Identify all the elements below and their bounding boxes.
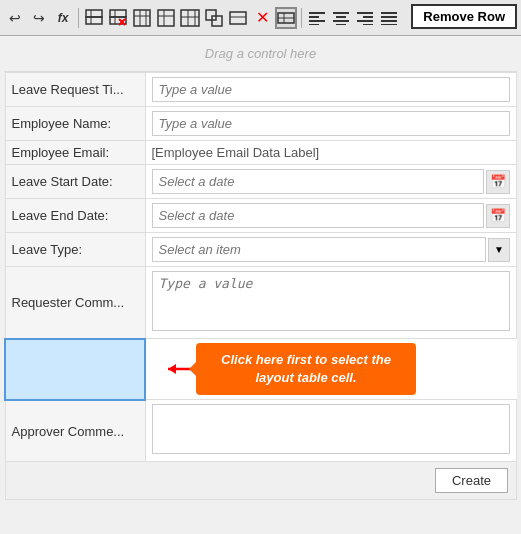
approver-comments-label: Approver Comme... xyxy=(5,400,145,462)
tooltip-cell: Click here first to select the layout ta… xyxy=(145,339,517,400)
tooltip-container: Click here first to select the layout ta… xyxy=(166,343,511,395)
align-center-icon[interactable] xyxy=(330,7,352,29)
svg-rect-0 xyxy=(86,10,102,17)
table-row: Approver Comme... xyxy=(5,400,517,462)
tooltip-bubble: Click here first to select the layout ta… xyxy=(196,343,416,395)
table-col-icon-2[interactable] xyxy=(155,7,177,29)
svg-rect-19 xyxy=(206,10,216,20)
table-row: Leave Request Ti... xyxy=(5,73,517,107)
table-col-icon-1[interactable] xyxy=(131,7,153,29)
leave-request-label: Leave Request Ti... xyxy=(5,73,145,107)
undo-icon[interactable]: ↩ xyxy=(4,7,26,29)
svg-rect-1 xyxy=(86,17,102,24)
remove-row-toolbar-icon[interactable] xyxy=(275,7,297,29)
svg-rect-12 xyxy=(158,10,174,26)
svg-rect-15 xyxy=(181,10,199,26)
leave-start-input[interactable] xyxy=(152,169,485,194)
create-row: Create xyxy=(5,462,517,500)
separator-2 xyxy=(301,8,302,28)
requester-comments-input[interactable] xyxy=(152,271,511,331)
control-icon[interactable] xyxy=(227,7,249,29)
create-cell: Create xyxy=(5,462,517,500)
selected-row: Click here first to select the layout ta… xyxy=(5,339,517,400)
employee-name-input[interactable] xyxy=(152,111,511,136)
employee-name-label: Employee Name: xyxy=(5,107,145,141)
insert-row-icon[interactable] xyxy=(83,7,105,29)
table-row: Leave Type: ▼ xyxy=(5,233,517,267)
svg-marker-43 xyxy=(168,364,176,374)
drag-area-text: Drag a control here xyxy=(205,46,316,61)
justify-icon[interactable] xyxy=(378,7,400,29)
table-row: Leave End Date: 📅 xyxy=(5,199,517,233)
leave-request-cell xyxy=(145,73,517,107)
table-row: Employee Name: xyxy=(5,107,517,141)
leave-request-input[interactable] xyxy=(152,77,511,102)
function-icon[interactable]: fx xyxy=(52,7,74,29)
employee-name-cell xyxy=(145,107,517,141)
remove-row-button[interactable]: Remove Row xyxy=(411,4,517,29)
employee-email-value: [Employee Email Data Label] xyxy=(152,145,320,160)
leave-type-dropdown-wrapper: ▼ xyxy=(152,237,511,262)
employee-email-cell: [Employee Email Data Label] xyxy=(145,141,517,165)
svg-rect-21 xyxy=(230,12,246,24)
align-right-icon[interactable] xyxy=(354,7,376,29)
leave-end-input[interactable] xyxy=(152,203,485,228)
delete-x-icon[interactable]: ✕ xyxy=(251,7,273,29)
svg-rect-3 xyxy=(110,10,126,17)
drag-area: Drag a control here xyxy=(4,36,517,72)
leave-start-calendar-btn[interactable]: 📅 xyxy=(486,170,510,194)
redo-icon[interactable]: ↪ xyxy=(28,7,50,29)
delete-row-icon[interactable] xyxy=(107,7,129,29)
leave-type-cell: ▼ xyxy=(145,233,517,267)
date-input-wrapper-end: 📅 xyxy=(152,203,511,228)
table-col-icon-3[interactable] xyxy=(179,7,201,29)
align-left-icon[interactable] xyxy=(306,7,328,29)
svg-rect-8 xyxy=(134,10,150,26)
requester-comments-label: Requester Comm... xyxy=(5,267,145,339)
tooltip-text: Click here first to select the layout ta… xyxy=(221,352,391,385)
leave-type-label: Leave Type: xyxy=(5,233,145,267)
form-wrapper: Drag a control here Leave Request Ti... … xyxy=(0,36,521,504)
separator-1 xyxy=(78,8,79,28)
requester-comments-cell xyxy=(145,267,517,339)
approver-comments-input[interactable] xyxy=(152,404,511,454)
svg-rect-20 xyxy=(212,16,222,26)
table-row: Employee Email: [Employee Email Data Lab… xyxy=(5,141,517,165)
date-input-wrapper: 📅 xyxy=(152,169,511,194)
table-row: Leave Start Date: 📅 xyxy=(5,165,517,199)
leave-type-dropdown-btn[interactable]: ▼ xyxy=(488,238,510,262)
leave-end-label: Leave End Date: xyxy=(5,199,145,233)
approver-comments-cell xyxy=(145,400,517,462)
toolbar: ↩ ↪ fx ✕ Remove Row xyxy=(0,0,521,36)
leave-start-label: Leave Start Date: xyxy=(5,165,145,199)
employee-email-label: Employee Email: xyxy=(5,141,145,165)
leave-end-calendar-btn[interactable]: 📅 xyxy=(486,204,510,228)
form-table: Leave Request Ti... Employee Name: Emplo… xyxy=(4,72,517,500)
move-icon[interactable] xyxy=(203,7,225,29)
leave-type-input[interactable] xyxy=(152,237,487,262)
leave-end-cell: 📅 xyxy=(145,199,517,233)
table-row: Requester Comm... xyxy=(5,267,517,339)
create-button[interactable]: Create xyxy=(435,468,508,493)
selected-label-cell[interactable] xyxy=(5,339,145,400)
leave-start-cell: 📅 xyxy=(145,165,517,199)
